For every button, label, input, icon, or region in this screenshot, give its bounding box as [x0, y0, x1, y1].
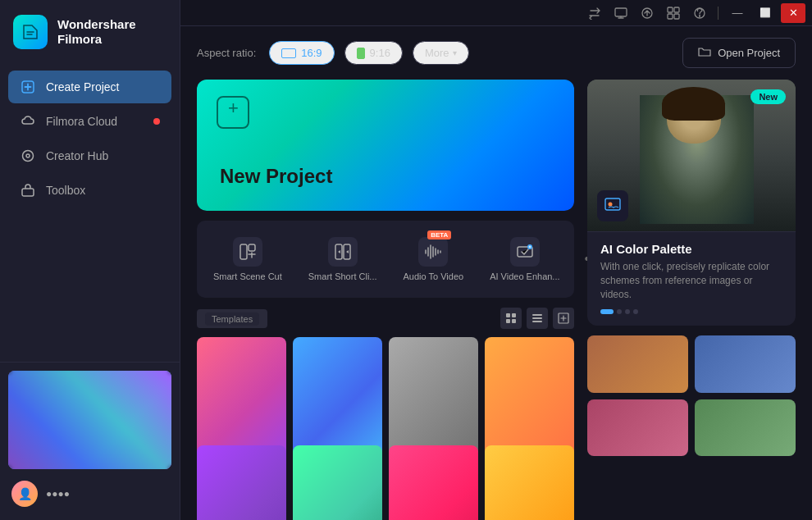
- ai-video-enhance-icon: [510, 237, 540, 267]
- tool-smart-scene-cut[interactable]: Smart Scene Cut: [203, 230, 292, 288]
- aspect-16-9-label: 16:9: [301, 47, 322, 59]
- ai-feature-mini-icon: [597, 190, 628, 221]
- templates-section: Templates: [197, 308, 574, 520]
- share-icon[interactable]: [583, 2, 606, 25]
- sidebar-item-toolbox[interactable]: Toolbox: [8, 174, 171, 207]
- right-template-3[interactable]: [587, 399, 688, 456]
- tool-smart-short-clip[interactable]: Smart Short Cli...: [299, 230, 387, 288]
- right-template-4[interactable]: [695, 399, 796, 456]
- titlebar-separator: [718, 7, 718, 20]
- create-project-icon: [20, 79, 36, 95]
- svg-rect-25: [674, 14, 679, 19]
- aspect-9-icon: [357, 48, 365, 59]
- creator-hub-icon: [20, 148, 36, 164]
- template-card-7[interactable]: [389, 445, 478, 521]
- expand-view-button[interactable]: [553, 308, 574, 329]
- filmora-cloud-label: Filmora Cloud: [46, 115, 117, 128]
- content-area: New Project Smart Scene Cut: [180, 80, 812, 520]
- templates-view-controls: [500, 308, 574, 329]
- close-icon: ✕: [789, 7, 798, 19]
- nav-items: Create Project Filmora Cloud: [0, 64, 180, 362]
- new-project-card[interactable]: New Project: [197, 80, 574, 211]
- ai-feature-image: New: [587, 80, 796, 231]
- smart-scene-cut-label: Smart Scene Cut: [213, 271, 282, 281]
- dot-1: [600, 309, 614, 314]
- svg-rect-18: [605, 198, 620, 210]
- list-view-button[interactable]: [527, 308, 548, 329]
- top-toolbar: Aspect ratio: 16:9 9:16 More ▾ Open: [180, 26, 812, 80]
- new-project-title: New Project: [220, 165, 332, 188]
- creator-hub-label: Creator Hub: [46, 149, 108, 162]
- toolbox-label: Toolbox: [46, 184, 85, 197]
- tool-audio-to-video[interactable]: BETA Audio To Video: [394, 230, 474, 288]
- person-hair: [662, 87, 724, 121]
- sidebar-item-create-project[interactable]: Create Project: [8, 71, 171, 103]
- smart-short-clip-icon: [328, 237, 358, 267]
- sidebar-thumbnail[interactable]: [8, 371, 171, 469]
- app-name: Wondershare Filmora: [57, 17, 167, 47]
- smart-short-clip-label: Smart Short Cli...: [308, 271, 377, 281]
- logo-area: Wondershare Filmora: [0, 0, 180, 64]
- more-label: More: [425, 47, 449, 59]
- ai-feature-title: AI Color Palette: [600, 242, 782, 256]
- beta-badge: BETA: [427, 230, 451, 239]
- aspect-ratio-label: Aspect ratio:: [197, 47, 256, 59]
- svg-rect-5: [249, 244, 255, 251]
- open-project-button[interactable]: Open Project: [682, 38, 796, 68]
- tool-ai-video-enhance[interactable]: AI Video Enhan...: [480, 230, 569, 288]
- maximize-button[interactable]: ⬜: [753, 3, 778, 23]
- support-icon[interactable]: [688, 2, 711, 25]
- sidebar-item-filmora-cloud[interactable]: Filmora Cloud: [8, 105, 171, 138]
- audio-to-video-label: Audio To Video: [404, 271, 464, 281]
- more-button[interactable]: More ▾: [413, 41, 469, 65]
- dot-2: [617, 309, 622, 314]
- templates-label: Templates: [205, 312, 259, 326]
- logo-text: Wondershare Filmora: [57, 17, 167, 47]
- app-logo-icon: [13, 15, 48, 49]
- ai-feature-description: With one click, precisely replicate colo…: [600, 260, 782, 301]
- minimize-button[interactable]: —: [725, 3, 750, 23]
- feature-dots: [600, 309, 782, 314]
- svg-rect-11: [512, 313, 516, 317]
- create-project-label: Create Project: [46, 80, 119, 94]
- maximize-icon: ⬜: [760, 7, 771, 18]
- svg-rect-4: [240, 244, 247, 259]
- svg-rect-14: [532, 314, 542, 316]
- right-template-2[interactable]: [695, 335, 796, 392]
- new-badge: New: [750, 89, 786, 104]
- template-card-8[interactable]: [485, 445, 574, 521]
- svg-rect-22: [668, 7, 673, 12]
- aspect-16-icon: [281, 48, 296, 58]
- aspect-16-9-button[interactable]: 16:9: [269, 41, 334, 65]
- app-titlebar: — ⬜ ✕: [180, 0, 812, 26]
- svg-point-19: [609, 203, 613, 207]
- svg-rect-12: [506, 319, 510, 323]
- toolbox-icon: [20, 182, 36, 198]
- grid-icon[interactable]: [662, 2, 685, 25]
- template-card-6[interactable]: [293, 445, 382, 521]
- svg-rect-13: [512, 319, 516, 323]
- sidebar-item-creator-hub[interactable]: Creator Hub: [8, 139, 171, 172]
- filmora-cloud-icon: [20, 113, 36, 130]
- right-template-1[interactable]: [587, 335, 688, 392]
- left-column: New Project Smart Scene Cut: [197, 80, 574, 520]
- aspect-9-16-label: 9:16: [370, 47, 390, 59]
- sidebar-bottom: 👤 ●●●●: [0, 362, 180, 520]
- svg-rect-15: [532, 317, 542, 319]
- template-card-5[interactable]: [197, 445, 286, 521]
- svg-rect-3: [22, 189, 34, 196]
- user-name-label: ●●●●: [46, 488, 70, 499]
- grid-view-button[interactable]: [500, 308, 522, 329]
- chevron-down-icon: ▾: [453, 48, 457, 57]
- audio-to-video-icon: BETA: [418, 237, 448, 267]
- open-project-label: Open Project: [718, 47, 780, 59]
- screen-icon[interactable]: [609, 2, 632, 25]
- upload-icon[interactable]: [636, 2, 659, 25]
- svg-point-2: [26, 154, 30, 157]
- dot-3: [625, 309, 630, 314]
- close-button[interactable]: ✕: [781, 3, 805, 23]
- sidebar-user[interactable]: 👤 ●●●●: [8, 476, 171, 512]
- aspect-9-16-button[interactable]: 9:16: [344, 41, 403, 65]
- user-avatar: 👤: [11, 481, 38, 507]
- svg-rect-10: [506, 313, 510, 317]
